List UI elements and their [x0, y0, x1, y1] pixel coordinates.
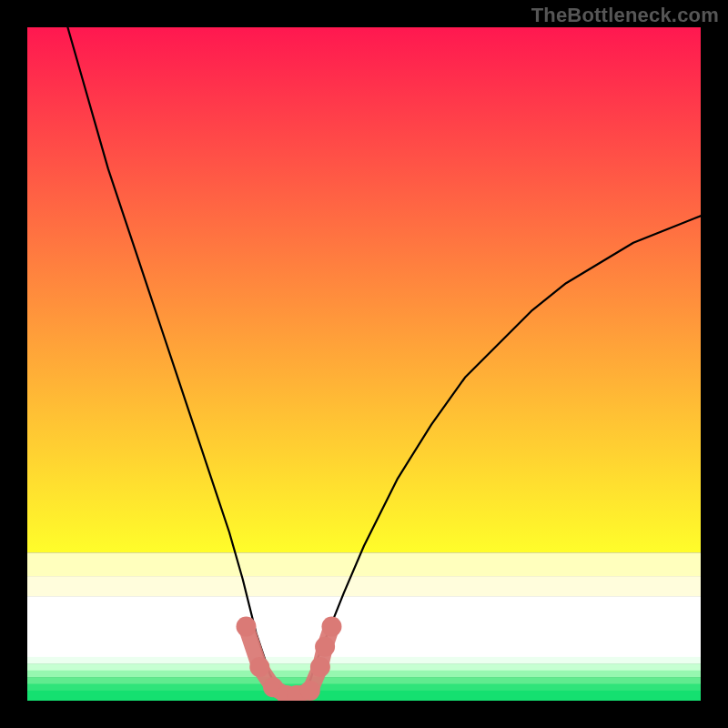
svg-rect-1: [27, 552, 701, 576]
svg-point-11: [249, 657, 269, 677]
svg-point-16: [310, 657, 330, 677]
chart-background: [27, 27, 701, 701]
svg-rect-4: [27, 657, 701, 664]
chart-svg: [27, 27, 701, 701]
svg-point-17: [315, 637, 335, 657]
svg-point-18: [321, 617, 341, 637]
chart-frame: TheBottleneck.com: [0, 0, 728, 728]
svg-rect-7: [27, 677, 701, 684]
svg-rect-3: [27, 596, 701, 657]
svg-rect-8: [27, 684, 701, 692]
svg-point-15: [300, 681, 320, 701]
svg-rect-6: [27, 671, 701, 678]
chart-plot-area: [27, 27, 701, 701]
svg-rect-5: [27, 663, 701, 671]
svg-rect-0: [27, 27, 701, 552]
svg-rect-2: [27, 576, 701, 597]
svg-point-10: [237, 617, 257, 637]
watermark-text: TheBottleneck.com: [531, 4, 719, 27]
svg-rect-9: [27, 691, 701, 701]
